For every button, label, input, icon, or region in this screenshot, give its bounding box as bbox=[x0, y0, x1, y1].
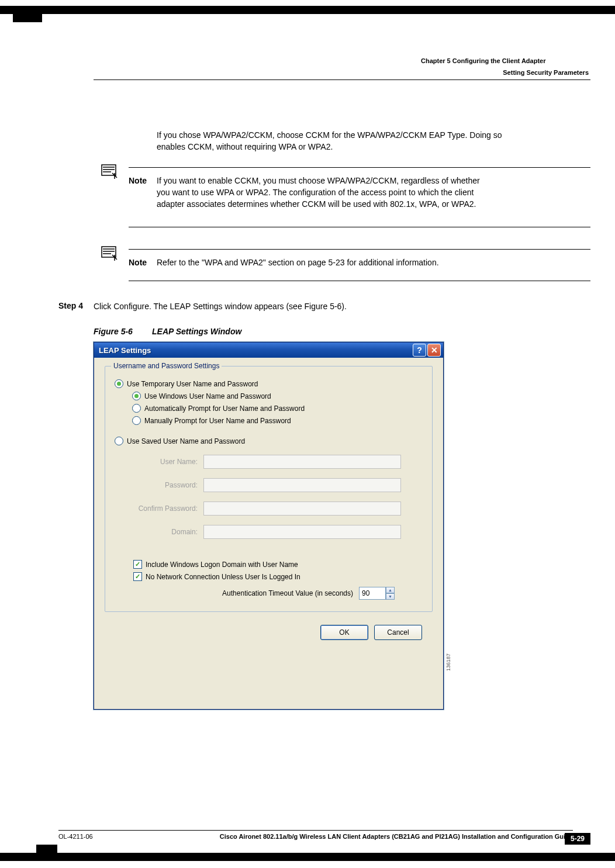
radio-label: Use Temporary User Name and Password bbox=[127, 380, 258, 388]
radio-use-saved[interactable]: Use Saved User Name and Password bbox=[115, 437, 423, 445]
note2-bottom-rule bbox=[129, 281, 590, 281]
radio-label: Use Windows User Name and Password bbox=[144, 392, 271, 400]
dialog-title: LEAP Settings bbox=[99, 346, 151, 355]
ok-button[interactable]: OK bbox=[320, 625, 368, 640]
checkbox-icon bbox=[133, 572, 142, 581]
doc-title: Cisco Aironet 802.11a/b/g Wireless LAN C… bbox=[220, 833, 573, 840]
radio-manual-prompt[interactable]: Manually Prompt for User Name and Passwo… bbox=[132, 416, 423, 425]
dialog-titlebar[interactable]: LEAP Settings ? ✕ bbox=[94, 343, 443, 358]
username-label: User Name: bbox=[115, 458, 198, 466]
radio-icon bbox=[132, 416, 141, 425]
timeout-value: 90 bbox=[362, 589, 369, 597]
checkbox-no-network[interactable]: No Network Connection Unless User Is Log… bbox=[133, 572, 423, 581]
doc-number: OL-4211-06 bbox=[58, 833, 93, 840]
radio-icon bbox=[115, 437, 123, 445]
button-label: Cancel bbox=[387, 628, 409, 637]
password-label: Password: bbox=[115, 481, 198, 489]
confirm-password-label: Confirm Password: bbox=[115, 504, 198, 513]
checkbox-label: No Network Connection Unless User Is Log… bbox=[146, 573, 300, 581]
note2-top-rule bbox=[129, 249, 590, 250]
figure-caption-bold: Figure 5-6 bbox=[94, 326, 133, 338]
checkbox-include-domain[interactable]: Include Windows Logon Domain with User N… bbox=[133, 560, 423, 569]
cancel-button[interactable]: Cancel bbox=[374, 625, 422, 640]
checkbox-label: Include Windows Logon Domain with User N… bbox=[146, 561, 298, 569]
chevron-down-icon[interactable]: ▼ bbox=[386, 593, 395, 600]
page-bottom-border bbox=[0, 853, 615, 861]
body-line-1: If you chose WPA/WPA2/CCKM, choose CCKM … bbox=[157, 130, 502, 141]
domain-label: Domain: bbox=[115, 528, 198, 536]
note1-bottom-rule bbox=[129, 227, 590, 227]
group-legend: Username and Password Settings bbox=[111, 362, 222, 370]
page-number: 5-29 bbox=[565, 833, 590, 845]
note1-line3: adapter associates determines whether CC… bbox=[157, 199, 476, 210]
confirm-password-field[interactable] bbox=[203, 502, 401, 516]
note2-text: Refer to the "WPA and WPA2" section on p… bbox=[157, 257, 439, 269]
username-password-group: Username and Password Settings Use Tempo… bbox=[105, 366, 433, 612]
note1-line2: you want to use WPA or WPA2. The configu… bbox=[157, 187, 474, 199]
password-field[interactable] bbox=[203, 478, 401, 492]
note-icon bbox=[99, 162, 118, 181]
chapter-label: Chapter 5 Configuring the Client Adapter bbox=[421, 57, 546, 64]
note2-label: Note bbox=[129, 257, 147, 269]
page-top-border bbox=[0, 6, 615, 14]
note1-top-rule bbox=[129, 167, 590, 168]
figure-id: 136187 bbox=[445, 653, 451, 671]
leap-settings-dialog: LEAP Settings ? ✕ Username and Password … bbox=[94, 342, 444, 710]
radio-icon bbox=[132, 404, 141, 413]
timeout-value-input[interactable]: 90 bbox=[359, 587, 386, 600]
radio-label: Automatically Prompt for User Name and P… bbox=[144, 404, 305, 413]
timeout-label: Authentication Timeout Value (in seconds… bbox=[222, 589, 353, 597]
checkbox-icon bbox=[133, 560, 142, 569]
button-label: OK bbox=[339, 628, 349, 637]
body-line-2: enables CCKM, without requiring WPA or W… bbox=[157, 141, 333, 153]
note1-line1: If you want to enable CCKM, you must cho… bbox=[157, 175, 480, 187]
note1-label: Note bbox=[129, 175, 147, 187]
radio-icon bbox=[115, 379, 123, 388]
radio-use-windows[interactable]: Use Windows User Name and Password bbox=[132, 392, 423, 400]
radio-icon bbox=[132, 392, 141, 400]
step-marker: Step 4 bbox=[58, 301, 83, 310]
step4-text: Click Configure. The LEAP Settings windo… bbox=[94, 301, 347, 313]
username-field[interactable] bbox=[203, 455, 401, 469]
close-icon[interactable]: ✕ bbox=[427, 344, 441, 357]
domain-field[interactable] bbox=[203, 525, 401, 539]
radio-auto-prompt[interactable]: Automatically Prompt for User Name and P… bbox=[132, 404, 423, 413]
timeout-spinner[interactable]: ▲ ▼ bbox=[386, 587, 395, 600]
chevron-up-icon[interactable]: ▲ bbox=[386, 587, 395, 593]
radio-label: Use Saved User Name and Password bbox=[127, 437, 245, 445]
header-rule bbox=[94, 79, 590, 80]
figure-caption-text: LEAP Settings Window bbox=[152, 326, 241, 338]
note-icon-2 bbox=[99, 244, 118, 263]
section-label: Setting Security Parameters bbox=[503, 69, 589, 76]
page-footer: OL-4211-06 Cisco Aironet 802.11a/b/g Wir… bbox=[58, 830, 573, 840]
radio-label: Manually Prompt for User Name and Passwo… bbox=[144, 417, 291, 425]
help-icon[interactable]: ? bbox=[413, 344, 426, 357]
radio-use-temporary[interactable]: Use Temporary User Name and Password bbox=[115, 379, 423, 388]
